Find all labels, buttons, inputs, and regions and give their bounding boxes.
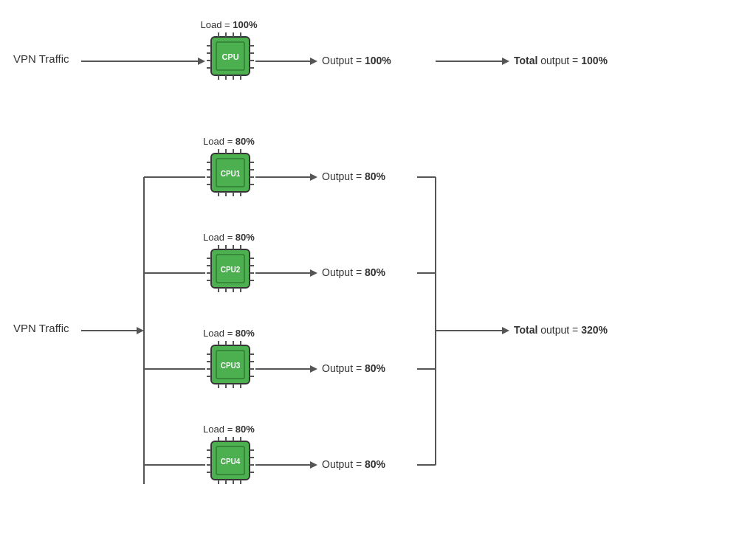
row2-cpu3-arrow-head [310,365,317,373]
row1-arrow1-head [198,58,205,65]
row2-arrow-vpn-head [137,327,144,334]
row2-cpu2-load-text: Load = 80% [203,232,255,243]
row2-cpu1-load-text: Load = 80% [203,136,255,147]
row2-cpu4-arrow-head [310,461,317,469]
row2-cpu1-output-label: Output = 80% [322,170,386,182]
row2-cpu3-load-text: Load = 80% [203,328,255,339]
svg-text:CPU4: CPU4 [221,458,241,466]
row2-cpu4-output-label: Output = 80% [322,458,386,470]
row2-cpu1-chip: CPU1 [207,149,254,196]
row2-cpu2-output-label: Output = 80% [322,266,386,278]
row1-cpu-chip: CPU [207,32,254,80]
row1-total-label: Total output = 100% [514,55,608,66]
row1-arrow3-head [502,58,509,65]
row1-load-text: Load = 100% [201,19,258,30]
row2-cpu4-load-text: Load = 80% [203,424,255,435]
svg-text:CPU1: CPU1 [221,170,241,178]
row2-cpu3-chip: CPU3 [207,341,254,388]
row1-vpn-label: VPN Traffic [13,52,69,65]
row2-cpu1-arrow-head [310,173,317,181]
row2-total-label: Total output = 320% [514,324,608,336]
svg-text:CPU3: CPU3 [221,362,241,370]
row2-vpn-label: VPN Traffic [13,322,69,334]
row1-output-label: Output = 100% [322,55,391,66]
row2-cpu4-chip: CPU4 [207,437,254,484]
row1-cpu-text: CPU [221,52,238,61]
row2-cpu2-chip: CPU2 [207,245,254,292]
row2-cpu2-arrow-head [310,269,317,277]
row2-cpu3-output-label: Output = 80% [322,362,386,374]
row2-total-arrow-head [502,327,509,334]
row1-arrow2-head [310,58,317,65]
svg-text:CPU2: CPU2 [221,266,241,274]
